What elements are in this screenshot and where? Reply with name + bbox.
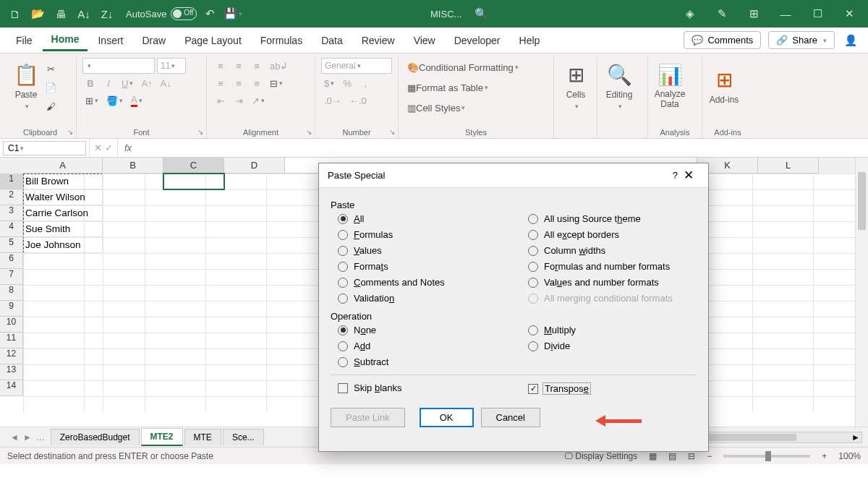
copy-icon[interactable]: 📄 — [42, 80, 59, 95]
zoom-slider[interactable] — [723, 455, 810, 458]
tab-page-layout[interactable]: Page Layout — [176, 30, 250, 51]
view-normal-icon[interactable]: ▦ — [649, 451, 657, 461]
new-icon[interactable]: 🗋 — [4, 4, 25, 24]
cell-a2[interactable]: Walter Wilson — [23, 189, 103, 205]
name-box[interactable]: C1 — [3, 141, 86, 155]
row-header[interactable]: 8 — [0, 285, 23, 301]
increase-indent-icon[interactable]: ⇥ — [231, 93, 247, 108]
minimize-icon[interactable]: — — [771, 4, 800, 24]
radio-source-theme[interactable]: All using Source theme — [528, 213, 697, 224]
radio-add[interactable]: Add — [338, 341, 506, 351]
autosave-toggle[interactable]: AutoSave Off — [126, 7, 197, 20]
sheet-more-icon[interactable]: … — [36, 432, 45, 442]
comments-button[interactable]: 💬 Comments — [684, 31, 761, 49]
fill-color-button[interactable]: 🪣 — [103, 93, 126, 108]
orientation-icon[interactable]: ↗ — [249, 93, 268, 108]
ok-button[interactable]: OK — [420, 408, 474, 427]
decrease-indent-icon[interactable]: ⇤ — [213, 93, 229, 108]
tab-home[interactable]: Home — [43, 29, 88, 51]
underline-button[interactable]: U — [119, 75, 136, 91]
sheet-tab[interactable]: Sce... — [223, 429, 264, 445]
user-icon[interactable]: 👤 — [841, 30, 861, 51]
percent-icon[interactable]: % — [339, 75, 355, 91]
radio-except-borders[interactable]: All except borders — [528, 229, 697, 240]
number-format-box[interactable]: General — [321, 58, 392, 74]
row-header[interactable]: 6 — [0, 253, 23, 269]
row-header[interactable]: 11 — [0, 333, 23, 348]
row-header[interactable]: 1 — [0, 174, 23, 189]
tab-data[interactable]: Data — [312, 30, 352, 51]
sheet-tab-active[interactable]: MTE2 — [141, 428, 183, 446]
close-icon[interactable]: ✕ — [835, 4, 864, 24]
tab-file[interactable]: File — [7, 30, 41, 51]
font-color-button[interactable]: A — [128, 93, 145, 108]
display-settings-button[interactable]: 🖵 Display Settings — [564, 451, 637, 461]
row-header[interactable]: 7 — [0, 269, 23, 285]
clipboard-launcher-icon[interactable]: ↘ — [67, 128, 73, 136]
col-header[interactable]: B — [103, 158, 163, 174]
addins-button[interactable]: ⊞Add-ins — [708, 58, 740, 114]
open-icon[interactable]: 📂 — [27, 4, 48, 24]
bold-button[interactable]: B — [82, 75, 98, 91]
fx-icon[interactable]: fx — [118, 142, 138, 153]
radio-formulas[interactable]: Formulas — [338, 229, 506, 240]
cell-a1[interactable]: Bill Brown — [23, 174, 103, 189]
cell-a4[interactable]: Sue Smith — [23, 221, 103, 237]
sheet-prev-icon[interactable]: ◄ — [10, 432, 19, 442]
analyze-data-button[interactable]: 📊Analyze Data — [654, 58, 686, 114]
maximize-icon[interactable]: ☐ — [803, 4, 832, 24]
vertical-scrollbar[interactable] — [855, 158, 868, 427]
row-header[interactable]: 2 — [0, 189, 23, 205]
cancel-formula-icon[interactable]: ✕ — [94, 142, 102, 153]
font-name-box[interactable] — [82, 58, 155, 74]
align-top-icon[interactable]: ≡ — [213, 58, 229, 74]
col-header[interactable]: D — [224, 158, 285, 174]
align-left-icon[interactable]: ≡ — [213, 75, 229, 91]
row-header[interactable]: 12 — [0, 348, 23, 364]
number-launcher-icon[interactable]: ↘ — [389, 128, 395, 136]
selected-cell[interactable] — [163, 174, 224, 189]
paste-button[interactable]: 📋Paste — [10, 58, 42, 114]
increase-font-icon[interactable]: A↑ — [138, 75, 155, 91]
radio-values[interactable]: Values — [338, 245, 506, 256]
pen-icon[interactable]: ✎ — [707, 4, 736, 24]
dialog-help-icon[interactable]: ? — [673, 170, 678, 181]
view-page-break-icon[interactable]: ⊟ — [688, 451, 695, 461]
cut-icon[interactable]: ✂ — [42, 61, 59, 77]
col-header[interactable]: C — [163, 158, 224, 174]
row-header[interactable]: 3 — [0, 205, 23, 221]
format-painter-icon[interactable]: 🖌 — [42, 98, 59, 114]
radio-formats[interactable]: Formats — [338, 261, 506, 272]
view-page-layout-icon[interactable]: ▤ — [668, 451, 676, 461]
radio-formulas-number[interactable]: Formulas and number formats — [528, 261, 697, 272]
cell-a5[interactable]: Joe Johnson — [23, 237, 103, 253]
save-icon[interactable]: 💾 — [223, 4, 243, 24]
row-header[interactable]: 13 — [0, 364, 23, 380]
align-middle-icon[interactable]: ≡ — [231, 58, 247, 74]
radio-validation[interactable]: Validation — [338, 293, 506, 304]
format-as-table-button[interactable]: ▦ Format as Table — [404, 78, 491, 97]
italic-button[interactable]: I — [101, 75, 116, 91]
border-button[interactable]: ⊞ — [82, 93, 101, 108]
font-launcher-icon[interactable]: ↘ — [197, 128, 203, 136]
app-icon[interactable]: ⊞ — [739, 4, 768, 24]
tab-view[interactable]: View — [405, 30, 444, 51]
cell-a3[interactable]: Carrie Carlson — [23, 205, 103, 221]
comma-icon[interactable]: , — [357, 75, 373, 91]
checkbox-transpose[interactable]: Transpose — [528, 382, 697, 395]
row-header[interactable]: 10 — [0, 317, 23, 333]
zoom-in-icon[interactable]: + — [822, 451, 827, 461]
wrap-text-icon[interactable]: ab↲ — [267, 58, 291, 74]
row-header[interactable]: 5 — [0, 237, 23, 253]
share-button[interactable]: 🔗 Share — [768, 31, 835, 49]
tab-developer[interactable]: Developer — [446, 30, 509, 51]
radio-comments[interactable]: Comments and Notes — [338, 277, 506, 288]
cancel-button[interactable]: Cancel — [481, 408, 540, 427]
radio-column-widths[interactable]: Column widths — [528, 245, 697, 256]
dialog-close-icon[interactable]: ✕ — [678, 165, 699, 186]
radio-multiply[interactable]: Multiply — [528, 325, 697, 335]
align-bottom-icon[interactable]: ≡ — [249, 58, 265, 74]
radio-none[interactable]: None — [338, 325, 506, 335]
decrease-decimal-icon[interactable]: ←.0 — [346, 93, 370, 108]
cells-button[interactable]: ⊞Cells — [560, 58, 592, 114]
